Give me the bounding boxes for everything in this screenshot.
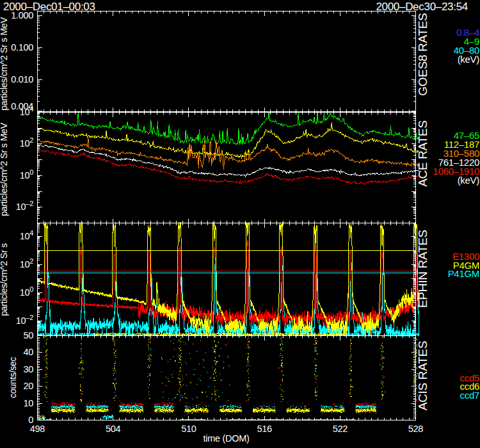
svg-text:1.000: 1.000 [11,10,33,20]
svg-text:2000–Dec30–23:54: 2000–Dec30–23:54 [376,1,468,13]
svg-text:GOES8 RATES: GOES8 RATES [416,13,429,95]
svg-text:ccd7: ccd7 [460,390,480,401]
svg-text:50: 50 [23,330,33,340]
svg-text:(keV): (keV) [458,175,480,186]
svg-text:498: 498 [30,424,45,434]
svg-text:particles/cm^2 Sr s: particles/cm^2 Sr s [0,243,9,316]
svg-text:20: 20 [23,381,33,391]
svg-text:(keV): (keV) [458,54,480,65]
svg-text:504: 504 [106,424,121,434]
svg-text:516: 516 [257,424,272,434]
svg-text:P41GM: P41GM [448,268,479,279]
svg-text:30: 30 [23,364,33,374]
svg-text:ACE RATES: ACE RATES [416,120,429,187]
svg-text:particles/cm^2 Sr s MeV: particles/cm^2 Sr s MeV [0,122,9,216]
svg-text:528: 528 [408,424,424,434]
svg-text:ACIS RATES: ACIS RATES [416,341,429,411]
svg-text:10: 10 [23,398,33,408]
svg-text:510: 510 [181,424,196,434]
svg-text:0.100: 0.100 [11,42,33,52]
svg-text:522: 522 [333,424,348,434]
svg-text:counts/sec: counts/sec [8,357,18,398]
svg-text:particles/cm^2 Sr s MeV: particles/cm^2 Sr s MeV [0,17,9,110]
svg-text:40: 40 [23,347,33,357]
svg-text:time (DOM): time (DOM) [204,433,250,444]
svg-text:EPHIN RATES: EPHIN RATES [416,230,429,308]
svg-text:0.010: 0.010 [11,74,33,84]
